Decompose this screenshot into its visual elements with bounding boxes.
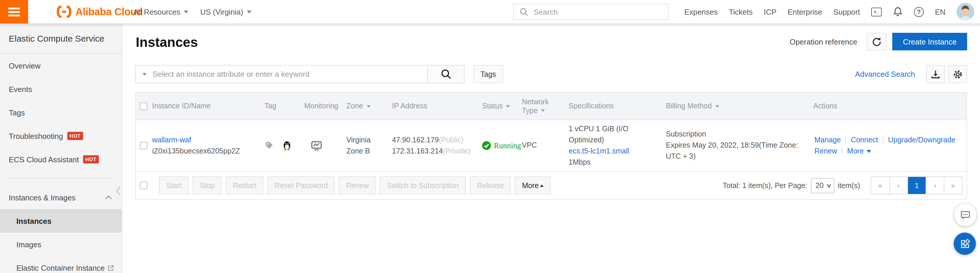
cell-network-type: VPC [522,140,569,151]
sidebar-item-troubleshooting[interactable]: Troubleshooting HOT [0,124,122,148]
hot-badge: HOT [67,132,83,140]
per-page-select[interactable]: 20 v [811,178,834,193]
col-specifications: Specifications [569,102,614,110]
chevron-down-icon [247,10,251,16]
sidebar-collapse-handle[interactable] [114,175,122,208]
instance-name-link[interactable]: wallarm-waf [152,134,264,145]
nav-support[interactable]: Support [834,7,860,16]
sidebar-item-overview[interactable]: Overview [0,54,122,77]
release-button: Release [470,176,511,195]
main-content: Instances Operation reference Create Ins… [123,24,980,273]
cell-instance-id-name: wallarm-waf iZ0xi135buecsex6205pp2Z [152,134,264,157]
instance-attribute-search: Select an instance attribute or enter a … [135,65,465,83]
pager-page-1[interactable]: 1 [907,177,926,194]
sidebar-title: Elastic Compute Service [0,24,122,54]
action-manage[interactable]: Manage [815,136,841,144]
chevron-up-icon [105,195,112,200]
chevron-down-icon [184,10,188,16]
language-switch[interactable]: EN [935,7,945,16]
region-selector[interactable]: US (Virginia) [200,7,251,16]
billing-expiry: Expires May 20, 2022, 18:59(Time Zone: U… [666,140,806,162]
header-search-input[interactable]: Search [513,3,669,20]
monitoring-chart-icon[interactable] [311,141,322,150]
sort-caret-icon [715,105,719,109]
action-upgrade-downgrade[interactable]: Upgrade/Downgrade [888,136,956,144]
chat-bubble-icon [959,209,972,222]
operation-reference-link[interactable]: Operation reference [789,37,857,46]
pager: « ‹ 1 › » [870,176,963,195]
hamburger-menu-icon[interactable] [0,0,28,24]
advanced-search-link[interactable]: Advanced Search [855,70,915,78]
sidebar-group-instances-images[interactable]: Instances & Images [0,186,122,209]
action-renew[interactable]: Renew [815,147,837,155]
total-items-text: Total: 1 item(s), Per Page: [723,181,807,190]
header-selectors: All Resources US (Virginia) [134,0,251,24]
more-button[interactable]: More [515,176,550,195]
instance-type-link[interactable]: ecs.t5-lc1m1.small [569,145,659,157]
refresh-button[interactable] [867,33,886,50]
header-search-placeholder: Search [534,7,558,16]
search-icon [520,7,528,16]
sidebar-item-elastic-container-instance[interactable]: Elastic Container Instance [0,256,122,273]
row-checkbox[interactable] [140,142,148,149]
alibaba-cloud-logo[interactable]: Alibaba Cloud [56,0,143,24]
sort-caret-icon [506,105,510,109]
pager-first-button[interactable]: « [871,177,889,194]
action-connect[interactable]: Connect [851,136,878,144]
col-instance-id-name: Instance ID/Name [152,102,211,110]
sidebar-item-events[interactable]: Events [0,77,122,101]
export-button[interactable] [926,65,945,83]
start-button: Start [159,176,189,195]
col-network-type[interactable]: Network Type [522,94,569,118]
ip-private: 172.31.163.214 [392,147,443,155]
col-ip-address: IP Address [392,102,427,110]
sidebar-item-images[interactable]: Images [0,233,122,256]
quick-apps-button[interactable] [954,233,976,255]
instances-table: Instance ID/Name Tag Monitoring Zone IP … [135,92,967,200]
gear-icon [953,69,963,79]
sidebar-item-tags[interactable]: Tags [0,101,122,124]
search-submit-button[interactable] [427,65,464,83]
col-billing-method[interactable]: Billing Method [666,102,813,110]
tag-icon[interactable] [265,141,273,150]
tags-filter-button[interactable]: Tags [473,65,503,83]
chevron-down-icon [867,150,872,155]
col-actions: Actions [813,102,837,110]
action-more[interactable]: More [847,147,864,155]
status-running-icon [482,141,491,150]
nav-expenses[interactable]: Expenses [684,7,718,16]
cloud-shell-icon[interactable]: >_ [871,7,882,16]
billing-type: Subscription [666,129,806,140]
col-tag: Tag [264,102,276,110]
title-actions: Operation reference Create Instance [789,33,967,50]
nav-enterprise[interactable]: Enterprise [788,7,822,16]
feedback-button[interactable] [954,204,977,226]
sidebar-item-ecs-cloud-assistant[interactable]: ECS Cloud Assistant HOT [0,148,122,171]
pager-prev-button[interactable]: ‹ [889,177,907,194]
resource-scope-selector[interactable]: All Resources [134,7,188,16]
spec-line: 1 vCPU 1 GiB (I/O Optimized) [569,123,659,145]
sidebar-item-instances[interactable]: Instances [0,209,122,233]
instance-search-input[interactable]: Select an instance attribute or enter a … [136,65,427,83]
notification-bell-icon[interactable] [893,6,903,17]
restart-button: Restart [226,176,264,195]
footer-select-all-checkbox[interactable] [140,182,148,189]
col-status[interactable]: Status [482,102,522,110]
nav-icp[interactable]: ICP [764,7,776,16]
chevron-down-icon: v [827,182,831,188]
pager-last-button[interactable]: » [944,177,962,194]
sidebar-divider [9,178,113,179]
filter-row: Select an instance attribute or enter a … [135,65,967,83]
pager-next-button[interactable]: › [926,177,944,194]
help-icon[interactable]: ? [914,7,924,17]
settings-button[interactable] [948,65,967,83]
nav-tickets[interactable]: Tickets [729,7,753,16]
cell-tag [264,140,304,150]
select-all-checkbox[interactable] [140,102,148,110]
sort-caret-icon [366,105,370,109]
create-instance-button[interactable]: Create Instance [892,33,967,50]
col-zone[interactable]: Zone [346,102,392,110]
avatar[interactable] [956,3,974,21]
cell-ip-address: 47.90.162.179(Public) 172.31.163.214(Pri… [392,134,482,157]
cell-zone: Virginia Zone B [346,134,392,157]
